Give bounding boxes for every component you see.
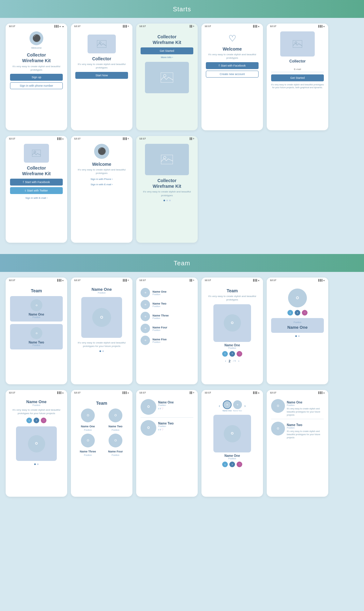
svg-rect-8	[161, 155, 173, 164]
phone-content: Name One Position ⚬ It's very easy to cr…	[71, 282, 132, 384]
facebook-icon-2[interactable]: f	[160, 428, 160, 431]
large-avatar-placeholder: ⚬	[81, 297, 122, 338]
next-arrow[interactable]: ›	[244, 404, 246, 408]
facebook-icon-1[interactable]: f	[160, 407, 160, 410]
list-item-3[interactable]: ⚬ Name Three Position	[141, 312, 193, 321]
facebook-button[interactable]: f Start with Facebook	[206, 62, 259, 69]
status-time: 12:17	[9, 391, 15, 394]
facebook-icon[interactable]: f	[229, 351, 235, 357]
instagram-icon[interactable]: ♡	[41, 418, 46, 423]
dot-inactive	[298, 335, 300, 337]
instagram-icon-2[interactable]: ♡	[161, 428, 163, 431]
phone-signin-link[interactable]: Sign in with Phone ›	[90, 178, 113, 181]
twitter-icon-1[interactable]: t	[158, 407, 159, 410]
page-total: / 5	[233, 360, 236, 362]
grid-item-1: ⚬ Name One Position	[75, 408, 100, 431]
twitter-icon-2[interactable]: t	[158, 428, 159, 431]
phone-s8: 12:17 ▐▐ ✈ CollectorWireframe Kit It's v…	[136, 136, 198, 243]
facebook-icon[interactable]: f	[34, 418, 39, 423]
status-time: 12:17	[270, 391, 276, 394]
list-info-3: Name Three Position	[153, 314, 169, 319]
phone-t7: 12:17 ▐▐▐ ▲ Team ⚬ Name One Position ⚬ N…	[71, 390, 132, 497]
avatar-2[interactable]: ⚬	[233, 400, 242, 409]
list-item-4[interactable]: ⚬ Name Four Position	[141, 324, 193, 333]
instagram-icon[interactable]: ♡	[302, 310, 308, 316]
carousel-person1: ⚬ Name One	[222, 400, 232, 412]
avatar-2: ⚬	[141, 420, 156, 436]
dot-inactive	[37, 463, 39, 465]
user-icon-1: ⚬	[146, 403, 151, 411]
carousel-dots	[99, 350, 104, 352]
status-bar: 12:17 ▐▐▐ ✈	[71, 24, 132, 28]
user-icon-2: ⚬	[276, 425, 281, 432]
email-signin-link[interactable]: Sign in with E-mail ›	[25, 197, 48, 199]
avatar-placeholder: ⚫	[94, 144, 109, 159]
twitter-button[interactable]: t Start with Twitter	[10, 187, 63, 194]
phone-signin-button[interactable]: Sign in with phone number	[10, 82, 63, 89]
status-icons: ▐▐▐ ▲	[122, 392, 129, 394]
instagram-icon[interactable]: ♡	[237, 351, 242, 357]
avatar-5: ⚬	[141, 336, 150, 345]
twitter-icon[interactable]: t	[222, 351, 228, 357]
status-bar: 12:17 ▐▐ ✈	[136, 24, 198, 28]
app-subtitle: It's very easy to create stylish and bea…	[10, 65, 63, 72]
facebook-icon[interactable]: f	[229, 462, 235, 467]
email-signin-link[interactable]: Sign in with E-mail ›	[91, 183, 113, 186]
user-icon-1: ⚬	[35, 302, 39, 308]
person2-social: t f ♡	[158, 428, 193, 431]
svg-rect-4	[293, 40, 302, 48]
person4-position: Position	[112, 454, 120, 456]
large-avatar-placeholder: ⚬	[213, 415, 251, 452]
user-icon-2: ⚬	[146, 424, 151, 432]
social-icons: t f ♡	[222, 351, 242, 357]
avatar-3: ⚬	[81, 434, 95, 447]
list-item-5[interactable]: ⚬ Name Five Position	[141, 336, 193, 345]
person1-name: Name One	[29, 313, 44, 316]
list-info-1: Name One Position	[153, 290, 167, 295]
team-title: Team	[227, 288, 238, 294]
person-bio: It's very easy to create stylish and bea…	[10, 408, 63, 415]
avatar-1: ⚬	[141, 399, 156, 415]
person-position: Position	[33, 404, 40, 406]
get-started-button[interactable]: Get Started	[141, 47, 193, 54]
signup-button[interactable]: Sign up	[10, 74, 63, 81]
phone-t8: 12:17 ▐▐ ✈ ⚬ Name One Position t f ♡	[136, 390, 198, 497]
next-arrow[interactable]: ›	[238, 360, 239, 363]
facebook-button[interactable]: f Start with Facebook	[10, 179, 63, 186]
dot-inactive	[166, 200, 168, 201]
instagram-icon-1[interactable]: ♡	[161, 407, 163, 410]
twitter-icon[interactable]: t	[222, 462, 228, 467]
list-item-2[interactable]: ⚬ Name Two Position	[141, 300, 193, 309]
person2-name: Name Two	[153, 302, 166, 305]
status-icons: ▐▐▐ ▲	[56, 138, 64, 140]
start-now-button[interactable]: Start Now	[75, 72, 128, 79]
person1-name: Name One	[287, 401, 324, 404]
prev-arrow[interactable]: ‹	[225, 360, 226, 363]
user-icon: ⚫	[98, 148, 106, 155]
status-bar: 12:17 ▐▐▐ ▲	[201, 24, 263, 28]
instagram-icon[interactable]: ♡	[237, 462, 242, 467]
email-input[interactable]	[271, 67, 324, 72]
status-icons: ▐▐▐ ✈	[122, 279, 129, 282]
twitter-icon[interactable]: t	[287, 310, 293, 316]
status-bar: 12:17 ▐▐▐ ▲	[267, 278, 328, 282]
status-time: 12:17	[9, 279, 15, 282]
prev-arrow[interactable]: ‹	[219, 404, 220, 408]
phone-s1: 12:17 ▐▐▐ ▲ ☁ ⚫ Welcome CollectorWirefra…	[6, 24, 67, 130]
phone-s7: 12:17 ▐▐▐ ✈ ⚫ Welcome It's very easy to …	[71, 136, 132, 243]
get-started-button[interactable]: Get Started	[271, 74, 324, 81]
twitter-icon[interactable]: t	[26, 418, 32, 423]
phone-content: CollectorWireframe Kit It's very easy to…	[136, 141, 198, 243]
avatar-2: ⚬	[109, 408, 122, 422]
avatar-1[interactable]: ⚬	[223, 400, 232, 409]
list-item-1[interactable]: ⚬ Name One Position	[141, 288, 193, 297]
facebook-icon[interactable]: f	[295, 310, 300, 316]
profile-name: Name One	[92, 287, 112, 292]
status-bar: 12:17 ▐▐ ✈	[136, 136, 198, 141]
more-info-link[interactable]: More Info ›	[161, 56, 173, 59]
app-title: CollectorWireframe Kit	[22, 165, 51, 176]
person1-name: Name One	[158, 401, 193, 404]
avatar-1: ⚬	[141, 288, 150, 297]
person1-social: t f ♡	[158, 407, 193, 410]
create-account-button[interactable]: Create new account	[206, 71, 259, 78]
